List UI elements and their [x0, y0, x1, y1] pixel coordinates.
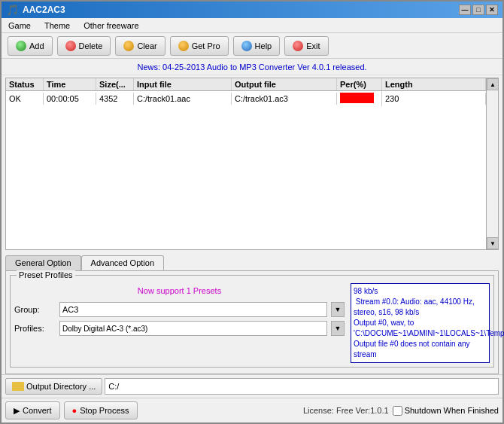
- license-text: License: Free Ver:1.0.1: [141, 406, 389, 415]
- output-dir-button[interactable]: Output Directory ...: [5, 378, 102, 395]
- output-dir-label: Output Directory ...: [26, 382, 96, 391]
- header-time: Time: [44, 78, 96, 90]
- clear-button[interactable]: Clear: [115, 36, 165, 56]
- stop-label: Stop Process: [80, 406, 129, 415]
- options-area: General Option Advanced Option Preset Pr…: [2, 252, 502, 422]
- preset-legend: Preset Profiles: [17, 270, 75, 279]
- preset-inner: Now support 1 Presets Group: ▼ Profiles:…: [14, 283, 490, 363]
- minimize-button[interactable]: —: [459, 5, 471, 15]
- toolbar: Add Delete Clear Get Pro Help Exit: [2, 33, 502, 59]
- title-bar: 🎵 AAC2AC3 — □ ✕: [2, 2, 502, 18]
- output-dir-row: Output Directory ...: [2, 374, 502, 398]
- tab-general-option[interactable]: General Option: [5, 255, 81, 270]
- preset-left: Now support 1 Presets Group: ▼ Profiles:…: [14, 283, 345, 363]
- news-bar: News: 04-25-2013 Audio to MP3 Converter …: [2, 59, 502, 75]
- menu-game[interactable]: Game: [5, 20, 34, 31]
- window-title: AAC2AC3: [23, 5, 65, 15]
- header-per: Per(%): [337, 78, 382, 90]
- scroll-track[interactable]: [487, 90, 498, 237]
- output-path-input[interactable]: [105, 378, 499, 395]
- profiles-label: Profiles:: [14, 324, 56, 333]
- now-support-text: Now support 1 Presets: [14, 283, 345, 298]
- progress-bar: [340, 93, 374, 103]
- help-icon: [241, 41, 252, 51]
- cell-per: [337, 91, 382, 106]
- profiles-input[interactable]: [59, 321, 327, 336]
- exit-icon: [293, 41, 303, 51]
- getpro-button[interactable]: Get Pro: [170, 36, 229, 56]
- cell-output: C:/track01.ac3: [232, 93, 337, 105]
- getpro-icon: [178, 41, 189, 51]
- shutdown-label: Shutdown When Finished: [405, 406, 499, 415]
- group-dropdown-arrow[interactable]: ▼: [331, 302, 345, 317]
- group-label: Group:: [14, 305, 56, 314]
- shutdown-checkbox-row: Shutdown When Finished: [393, 406, 499, 416]
- file-list-container: Status Time Size(... Input file Output f…: [5, 78, 499, 250]
- help-button[interactable]: Help: [233, 36, 281, 56]
- menu-theme[interactable]: Theme: [41, 20, 73, 31]
- header-length: Length: [382, 78, 486, 90]
- file-list-header: Status Time Size(... Input file Output f…: [6, 78, 486, 91]
- cell-status: OK: [6, 93, 44, 105]
- add-icon: [16, 41, 26, 51]
- cell-length: 230: [382, 93, 486, 105]
- header-output: Output file: [232, 78, 337, 90]
- preset-info-text: 98 kb/s Stream #0.0: Audio: aac, 44100 H…: [354, 287, 504, 358]
- menu-other-freeware[interactable]: Other freeware: [80, 20, 141, 31]
- action-bar: ▶ Convert ● Stop Process License: Free V…: [2, 398, 502, 422]
- main-window: 🎵 AAC2AC3 — □ ✕ Game Theme Other freewar…: [0, 0, 504, 424]
- menu-bar: Game Theme Other freeware: [2, 18, 502, 33]
- group-input[interactable]: [59, 302, 327, 317]
- help-label: Help: [255, 41, 272, 50]
- header-size: Size(...: [96, 78, 134, 90]
- exit-label: Exit: [306, 41, 320, 50]
- file-list-rows[interactable]: Status Time Size(... Input file Output f…: [6, 78, 486, 249]
- shutdown-checkbox[interactable]: [393, 406, 402, 416]
- clear-label: Clear: [137, 41, 156, 50]
- delete-button[interactable]: Delete: [57, 36, 111, 56]
- vertical-scrollbar[interactable]: ▲ ▼: [486, 78, 498, 249]
- maximize-button[interactable]: □: [472, 5, 484, 15]
- exit-button[interactable]: Exit: [284, 36, 328, 56]
- news-text: News: 04-25-2013 Audio to MP3 Converter …: [137, 63, 366, 72]
- convert-icon: ▶: [14, 406, 20, 416]
- group-field-row: Group: ▼: [14, 302, 345, 317]
- scroll-up-button[interactable]: ▲: [487, 78, 498, 90]
- tab-advanced-option[interactable]: Advanced Option: [81, 255, 164, 270]
- stop-icon: ●: [72, 406, 77, 415]
- delete-icon: [65, 41, 76, 51]
- folder-icon: [12, 382, 24, 391]
- close-button[interactable]: ✕: [486, 5, 498, 15]
- preset-info: 98 kb/s Stream #0.0: Audio: aac, 44100 H…: [351, 283, 490, 363]
- profiles-field-row: Profiles: ▼: [14, 321, 345, 336]
- file-list-inner: Status Time Size(... Input file Output f…: [6, 78, 498, 249]
- add-label: Add: [29, 41, 44, 50]
- clear-icon: [123, 41, 134, 51]
- cell-input: C:/track01.aac: [134, 93, 232, 105]
- tab-content: Preset Profiles Now support 1 Presets Gr…: [5, 270, 499, 374]
- stop-process-button[interactable]: ● Stop Process: [64, 401, 138, 419]
- profiles-dropdown-arrow[interactable]: ▼: [331, 321, 345, 336]
- convert-button[interactable]: ▶ Convert: [5, 401, 60, 419]
- cell-size: 4352: [96, 93, 134, 105]
- title-bar-left: 🎵 AAC2AC3: [6, 4, 65, 16]
- getpro-label: Get Pro: [192, 41, 220, 50]
- tabs: General Option Advanced Option: [2, 252, 502, 270]
- add-button[interactable]: Add: [8, 36, 53, 56]
- scroll-down-button[interactable]: ▼: [487, 237, 498, 249]
- preset-profiles-section: Preset Profiles Now support 1 Presets Gr…: [10, 275, 494, 368]
- header-status: Status: [6, 78, 44, 90]
- convert-label: Convert: [23, 406, 52, 415]
- cell-time: 00:00:05: [44, 93, 96, 105]
- app-icon: 🎵: [6, 4, 19, 16]
- title-controls: — □ ✕: [459, 5, 498, 15]
- table-row[interactable]: OK 00:00:05 4352 C:/track01.aac C:/track…: [6, 91, 486, 106]
- delete-label: Delete: [79, 41, 103, 50]
- header-input: Input file: [134, 78, 232, 90]
